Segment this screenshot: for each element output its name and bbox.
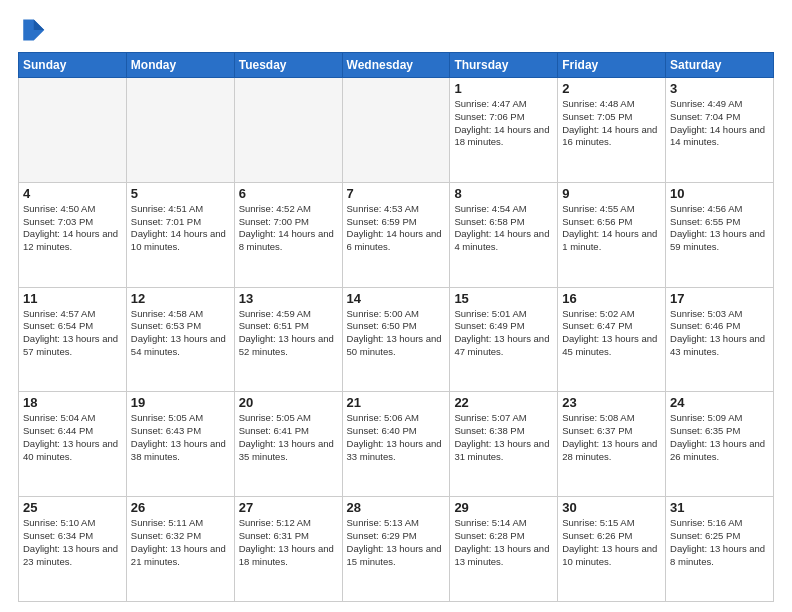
calendar-cell: 24Sunrise: 5:09 AM Sunset: 6:35 PM Dayli… (666, 392, 774, 497)
calendar-cell: 22Sunrise: 5:07 AM Sunset: 6:38 PM Dayli… (450, 392, 558, 497)
header (18, 16, 774, 44)
calendar-cell: 11Sunrise: 4:57 AM Sunset: 6:54 PM Dayli… (19, 287, 127, 392)
calendar-cell (342, 78, 450, 183)
day-number: 10 (670, 186, 769, 201)
day-number: 14 (347, 291, 446, 306)
calendar-cell: 13Sunrise: 4:59 AM Sunset: 6:51 PM Dayli… (234, 287, 342, 392)
weekday-header-friday: Friday (558, 53, 666, 78)
day-info: Sunrise: 5:16 AM Sunset: 6:25 PM Dayligh… (670, 517, 769, 568)
day-number: 4 (23, 186, 122, 201)
day-number: 24 (670, 395, 769, 410)
calendar-cell: 9Sunrise: 4:55 AM Sunset: 6:56 PM Daylig… (558, 182, 666, 287)
day-info: Sunrise: 5:07 AM Sunset: 6:38 PM Dayligh… (454, 412, 553, 463)
day-number: 13 (239, 291, 338, 306)
day-number: 21 (347, 395, 446, 410)
day-number: 22 (454, 395, 553, 410)
calendar-cell: 15Sunrise: 5:01 AM Sunset: 6:49 PM Dayli… (450, 287, 558, 392)
calendar-cell: 30Sunrise: 5:15 AM Sunset: 6:26 PM Dayli… (558, 497, 666, 602)
day-info: Sunrise: 5:05 AM Sunset: 6:41 PM Dayligh… (239, 412, 338, 463)
day-number: 12 (131, 291, 230, 306)
calendar-cell: 3Sunrise: 4:49 AM Sunset: 7:04 PM Daylig… (666, 78, 774, 183)
day-info: Sunrise: 5:13 AM Sunset: 6:29 PM Dayligh… (347, 517, 446, 568)
day-info: Sunrise: 4:53 AM Sunset: 6:59 PM Dayligh… (347, 203, 446, 254)
day-info: Sunrise: 5:00 AM Sunset: 6:50 PM Dayligh… (347, 308, 446, 359)
calendar-cell: 4Sunrise: 4:50 AM Sunset: 7:03 PM Daylig… (19, 182, 127, 287)
svg-marker-1 (34, 20, 45, 31)
day-info: Sunrise: 4:51 AM Sunset: 7:01 PM Dayligh… (131, 203, 230, 254)
day-number: 23 (562, 395, 661, 410)
day-info: Sunrise: 5:11 AM Sunset: 6:32 PM Dayligh… (131, 517, 230, 568)
calendar-cell: 12Sunrise: 4:58 AM Sunset: 6:53 PM Dayli… (126, 287, 234, 392)
calendar-cell: 16Sunrise: 5:02 AM Sunset: 6:47 PM Dayli… (558, 287, 666, 392)
day-info: Sunrise: 4:47 AM Sunset: 7:06 PM Dayligh… (454, 98, 553, 149)
calendar-cell: 6Sunrise: 4:52 AM Sunset: 7:00 PM Daylig… (234, 182, 342, 287)
calendar-cell: 27Sunrise: 5:12 AM Sunset: 6:31 PM Dayli… (234, 497, 342, 602)
day-number: 18 (23, 395, 122, 410)
page: SundayMondayTuesdayWednesdayThursdayFrid… (0, 0, 792, 612)
week-row-3: 11Sunrise: 4:57 AM Sunset: 6:54 PM Dayli… (19, 287, 774, 392)
calendar-cell: 29Sunrise: 5:14 AM Sunset: 6:28 PM Dayli… (450, 497, 558, 602)
day-info: Sunrise: 4:50 AM Sunset: 7:03 PM Dayligh… (23, 203, 122, 254)
day-info: Sunrise: 4:57 AM Sunset: 6:54 PM Dayligh… (23, 308, 122, 359)
day-info: Sunrise: 4:48 AM Sunset: 7:05 PM Dayligh… (562, 98, 661, 149)
day-number: 11 (23, 291, 122, 306)
day-number: 6 (239, 186, 338, 201)
day-info: Sunrise: 4:55 AM Sunset: 6:56 PM Dayligh… (562, 203, 661, 254)
calendar-cell: 10Sunrise: 4:56 AM Sunset: 6:55 PM Dayli… (666, 182, 774, 287)
calendar-cell: 1Sunrise: 4:47 AM Sunset: 7:06 PM Daylig… (450, 78, 558, 183)
weekday-header-row: SundayMondayTuesdayWednesdayThursdayFrid… (19, 53, 774, 78)
day-number: 7 (347, 186, 446, 201)
calendar-cell: 31Sunrise: 5:16 AM Sunset: 6:25 PM Dayli… (666, 497, 774, 602)
week-row-2: 4Sunrise: 4:50 AM Sunset: 7:03 PM Daylig… (19, 182, 774, 287)
weekday-header-tuesday: Tuesday (234, 53, 342, 78)
calendar-cell: 26Sunrise: 5:11 AM Sunset: 6:32 PM Dayli… (126, 497, 234, 602)
weekday-header-saturday: Saturday (666, 53, 774, 78)
calendar-cell: 19Sunrise: 5:05 AM Sunset: 6:43 PM Dayli… (126, 392, 234, 497)
day-number: 27 (239, 500, 338, 515)
day-number: 31 (670, 500, 769, 515)
calendar-cell: 23Sunrise: 5:08 AM Sunset: 6:37 PM Dayli… (558, 392, 666, 497)
calendar-cell: 18Sunrise: 5:04 AM Sunset: 6:44 PM Dayli… (19, 392, 127, 497)
calendar-cell: 2Sunrise: 4:48 AM Sunset: 7:05 PM Daylig… (558, 78, 666, 183)
calendar-cell (126, 78, 234, 183)
day-number: 15 (454, 291, 553, 306)
weekday-header-thursday: Thursday (450, 53, 558, 78)
day-info: Sunrise: 4:56 AM Sunset: 6:55 PM Dayligh… (670, 203, 769, 254)
week-row-4: 18Sunrise: 5:04 AM Sunset: 6:44 PM Dayli… (19, 392, 774, 497)
day-number: 20 (239, 395, 338, 410)
day-info: Sunrise: 5:09 AM Sunset: 6:35 PM Dayligh… (670, 412, 769, 463)
calendar-cell (234, 78, 342, 183)
day-info: Sunrise: 5:08 AM Sunset: 6:37 PM Dayligh… (562, 412, 661, 463)
day-number: 17 (670, 291, 769, 306)
calendar-cell: 28Sunrise: 5:13 AM Sunset: 6:29 PM Dayli… (342, 497, 450, 602)
calendar-cell: 21Sunrise: 5:06 AM Sunset: 6:40 PM Dayli… (342, 392, 450, 497)
day-number: 8 (454, 186, 553, 201)
day-number: 30 (562, 500, 661, 515)
day-info: Sunrise: 4:49 AM Sunset: 7:04 PM Dayligh… (670, 98, 769, 149)
calendar-cell: 25Sunrise: 5:10 AM Sunset: 6:34 PM Dayli… (19, 497, 127, 602)
day-number: 5 (131, 186, 230, 201)
calendar-cell: 7Sunrise: 4:53 AM Sunset: 6:59 PM Daylig… (342, 182, 450, 287)
day-info: Sunrise: 4:59 AM Sunset: 6:51 PM Dayligh… (239, 308, 338, 359)
day-info: Sunrise: 5:15 AM Sunset: 6:26 PM Dayligh… (562, 517, 661, 568)
day-info: Sunrise: 4:54 AM Sunset: 6:58 PM Dayligh… (454, 203, 553, 254)
day-number: 3 (670, 81, 769, 96)
day-info: Sunrise: 5:06 AM Sunset: 6:40 PM Dayligh… (347, 412, 446, 463)
logo (18, 16, 50, 44)
day-number: 1 (454, 81, 553, 96)
day-info: Sunrise: 5:01 AM Sunset: 6:49 PM Dayligh… (454, 308, 553, 359)
calendar-cell (19, 78, 127, 183)
weekday-header-sunday: Sunday (19, 53, 127, 78)
day-info: Sunrise: 5:10 AM Sunset: 6:34 PM Dayligh… (23, 517, 122, 568)
day-number: 16 (562, 291, 661, 306)
calendar-cell: 17Sunrise: 5:03 AM Sunset: 6:46 PM Dayli… (666, 287, 774, 392)
week-row-1: 1Sunrise: 4:47 AM Sunset: 7:06 PM Daylig… (19, 78, 774, 183)
day-info: Sunrise: 4:58 AM Sunset: 6:53 PM Dayligh… (131, 308, 230, 359)
calendar-cell: 14Sunrise: 5:00 AM Sunset: 6:50 PM Dayli… (342, 287, 450, 392)
day-number: 29 (454, 500, 553, 515)
week-row-5: 25Sunrise: 5:10 AM Sunset: 6:34 PM Dayli… (19, 497, 774, 602)
day-info: Sunrise: 5:14 AM Sunset: 6:28 PM Dayligh… (454, 517, 553, 568)
calendar: SundayMondayTuesdayWednesdayThursdayFrid… (18, 52, 774, 602)
calendar-cell: 5Sunrise: 4:51 AM Sunset: 7:01 PM Daylig… (126, 182, 234, 287)
day-number: 25 (23, 500, 122, 515)
